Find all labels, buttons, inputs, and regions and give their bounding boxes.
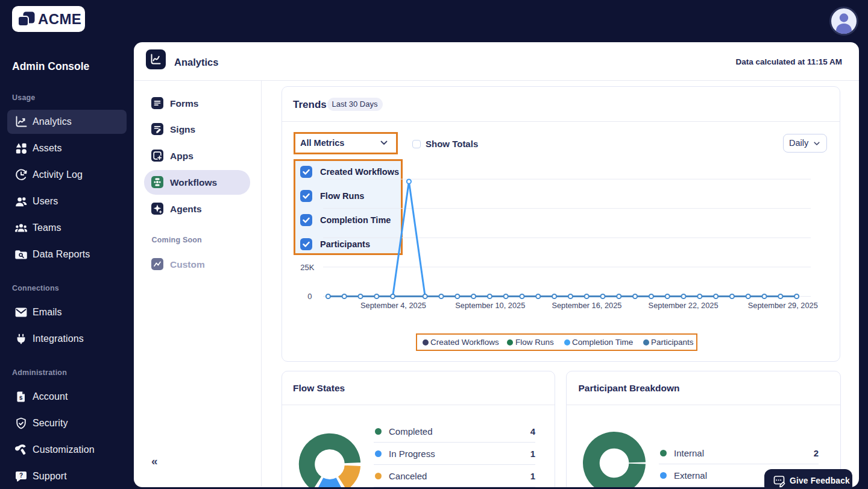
svg-text:$: $ [19,394,23,401]
svg-text:?: ? [19,472,23,479]
